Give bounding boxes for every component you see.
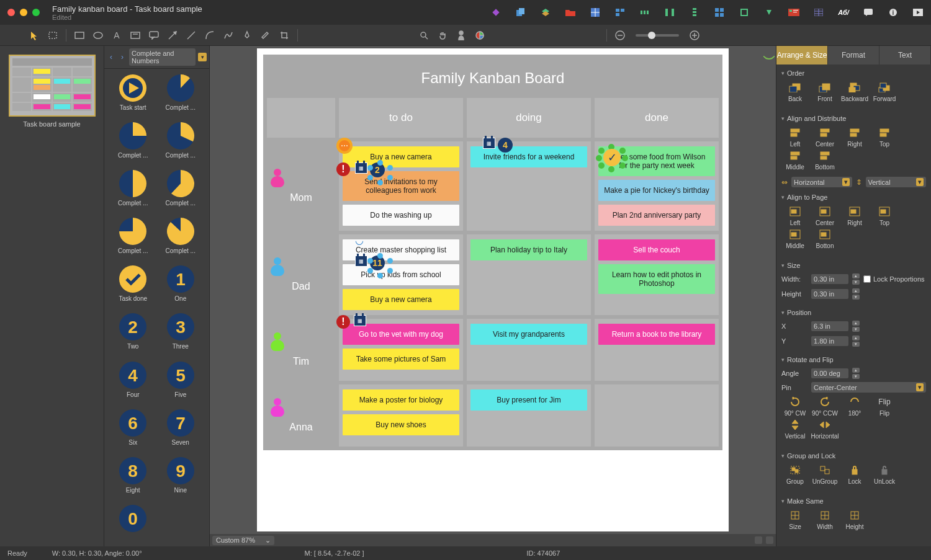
align-page-row-left[interactable]: Left: [781, 206, 809, 226]
pan-icon[interactable]: [434, 28, 451, 43]
shape-item[interactable]: Complet ...: [158, 169, 204, 213]
color-icon[interactable]: [472, 28, 488, 43]
board-cell[interactable]: Return a book to the library: [595, 319, 719, 381]
shape-item[interactable]: Task done: [110, 265, 156, 309]
task-card[interactable]: Make a poster for biology: [343, 389, 459, 411]
calendar-badge[interactable]: ▦: [354, 315, 366, 326]
shape-item[interactable]: 1One: [158, 265, 204, 309]
section-align-page[interactable]: Align to Page: [781, 191, 926, 203]
search-icon[interactable]: [416, 28, 432, 43]
table-icon[interactable]: [813, 8, 824, 17]
order-row-back[interactable]: Back: [781, 82, 809, 102]
board-cell[interactable]: Sell the couchLearn how to edit photos i…: [595, 234, 719, 315]
tab-arrange[interactable]: Arrange & Size: [776, 46, 828, 64]
height-input[interactable]: [811, 289, 848, 299]
section-group[interactable]: Group and Lock: [781, 450, 926, 462]
same-row-size[interactable]: Size: [781, 510, 809, 530]
group-row-unlock[interactable]: UnLock: [871, 464, 898, 485]
arc-tool[interactable]: [202, 28, 218, 43]
tab-format[interactable]: Format: [828, 46, 879, 64]
group-row-lock[interactable]: Lock: [841, 464, 868, 485]
task-card[interactable]: Do the washing up: [343, 205, 459, 226]
text-tool[interactable]: A: [109, 28, 125, 43]
lock-proportions-checkbox[interactable]: [863, 275, 871, 283]
group-row-group[interactable]: Group: [781, 464, 809, 485]
align-row-center[interactable]: Center: [811, 127, 839, 148]
lib-back-icon[interactable]: ‹: [107, 53, 115, 61]
align-row-left[interactable]: Left: [781, 127, 809, 148]
shape-item[interactable]: 0: [110, 504, 156, 541]
rectangle-tool[interactable]: [71, 28, 88, 43]
align-page-row-center[interactable]: Center: [811, 206, 839, 226]
copy-icon[interactable]: [515, 8, 526, 17]
drawing-page[interactable]: Family Kanban Board to dodoingdoneMom⋯Bu…: [257, 48, 729, 531]
task-card[interactable]: Return a book to the library: [598, 324, 715, 345]
crop-tool[interactable]: [276, 28, 292, 43]
align-row-right[interactable]: Right: [841, 127, 868, 148]
task-card[interactable]: !▦Go to the vet with my dog: [343, 324, 459, 345]
section-order[interactable]: Order: [781, 67, 926, 79]
number-badge[interactable]: 4: [498, 138, 513, 153]
task-card[interactable]: Sell the couch: [598, 239, 715, 260]
shape-item[interactable]: 4Four: [110, 361, 156, 405]
library-selector[interactable]: Complete and Numbers: [129, 48, 196, 66]
align-row-top[interactable]: Top: [871, 127, 898, 148]
width-input[interactable]: [811, 274, 848, 284]
board-cell[interactable]: Buy present for Jim: [467, 384, 591, 447]
align-page-row-right[interactable]: Right: [841, 206, 868, 226]
task-card[interactable]: Buy a new camera: [343, 289, 459, 310]
pointer-tool[interactable]: [26, 28, 42, 43]
shape-item[interactable]: 2Two: [110, 313, 156, 357]
shape-item[interactable]: 9Nine: [158, 456, 204, 500]
board-cell[interactable]: Make a poster for biologyBuy new shoes: [339, 384, 463, 447]
section-size[interactable]: Size: [781, 259, 926, 272]
x-stepper[interactable]: ▴▾: [852, 320, 860, 332]
shape-item[interactable]: Task start: [110, 74, 156, 118]
task-card[interactable]: Learn how to edit photos in Photoshop: [598, 264, 715, 294]
shape-item[interactable]: Complet ...: [158, 217, 204, 261]
diamond-icon[interactable]: [490, 8, 501, 17]
section-position[interactable]: Position: [781, 306, 926, 319]
same-row-height[interactable]: Height: [841, 510, 868, 530]
tab-text[interactable]: Text: [879, 46, 931, 64]
rotate-row-flip[interactable]: FlipFlip: [871, 396, 898, 417]
number-badge[interactable]: 11: [370, 256, 385, 270]
y-input[interactable]: [811, 336, 848, 346]
board-cell[interactable]: ✓Order some food from Wilson for the par…: [595, 141, 719, 231]
person-tool-icon[interactable]: [453, 28, 469, 43]
distribute-h-icon[interactable]: [639, 8, 650, 17]
board-cell[interactable]: ◡Create master shopping list▦11Pick up k…: [339, 234, 463, 315]
same-row-width[interactable]: Width: [811, 510, 839, 530]
task-card[interactable]: Visit my grandparents: [470, 324, 587, 345]
board-cell[interactable]: ▦4Invite friends for a weekend: [467, 141, 591, 231]
info-icon[interactable]: i: [888, 8, 899, 17]
alert-badge[interactable]: !: [336, 315, 350, 329]
task-card[interactable]: ▦11Pick up kids from school: [343, 264, 459, 285]
board-cell[interactable]: !▦Go to the vet with my dogTake some pic…: [339, 319, 463, 381]
grid-icon[interactable]: [590, 8, 601, 17]
order-row-front[interactable]: Front: [811, 82, 839, 102]
align-row-bottom[interactable]: Bottom: [811, 150, 839, 171]
shapes-icon[interactable]: [763, 8, 775, 17]
board-cell[interactable]: ⋯Buy a new camera!▦2Send invitations to …: [339, 141, 463, 231]
shape-item[interactable]: 8Eight: [110, 456, 156, 500]
rotate-row-90ccw[interactable]: 90° CCW: [811, 396, 839, 417]
lib-forward-icon[interactable]: ›: [118, 53, 127, 61]
rotate-row-vertical[interactable]: Vertical: [781, 419, 809, 440]
task-card[interactable]: Make a pie for Nickey's birthday: [598, 180, 715, 201]
group-icon[interactable]: [739, 8, 750, 17]
align-row-middle[interactable]: Middle: [781, 150, 809, 171]
play-icon[interactable]: [912, 8, 924, 17]
comment-icon[interactable]: [863, 8, 874, 17]
alert-badge[interactable]: !: [336, 162, 350, 176]
calendar-badge[interactable]: ▦: [483, 138, 495, 149]
width-stepper[interactable]: ▴▾: [852, 273, 860, 285]
task-card[interactable]: ✓Order some food from Wilson for the par…: [598, 146, 715, 176]
line-tool[interactable]: [183, 28, 199, 43]
presentation-icon[interactable]: [788, 8, 799, 17]
x-input[interactable]: [811, 321, 848, 331]
board-cell[interactable]: Visit my grandparents: [467, 319, 591, 381]
distribute-v-icon[interactable]: [689, 8, 700, 17]
align-page-row-middle[interactable]: Middle: [781, 229, 809, 249]
shape-item[interactable]: 5Five: [158, 361, 204, 405]
